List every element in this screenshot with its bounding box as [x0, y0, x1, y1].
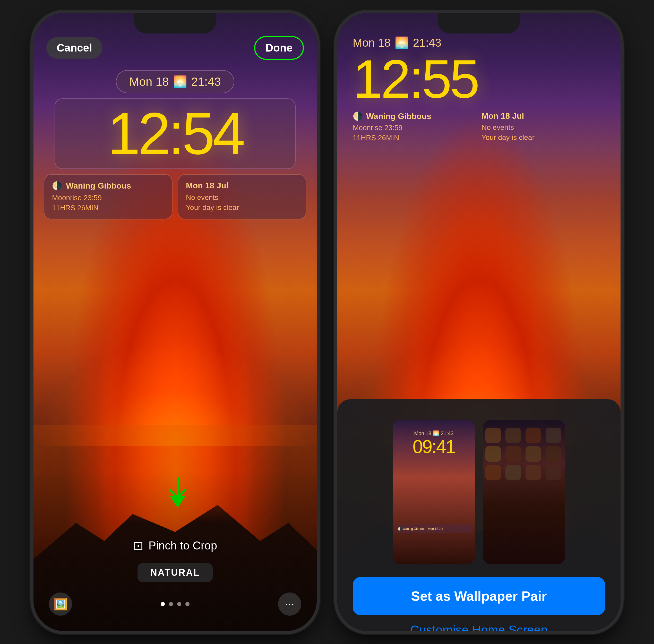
bottom-sheet: Mon 18 🌅 21:43 09:41 🌗 Waning Gibbous Mo…: [337, 399, 621, 631]
right-widget-moon: 🌗 Waning Gibbous Moonrise 23:59 11HRS 26…: [353, 111, 476, 143]
right-widget-cal-sub: No events Your day is clear: [482, 122, 605, 142]
preview-date-small: Mon 18 🌅 21:43: [393, 430, 475, 436]
right-phone-content: Mon 18 🌅 21:43 12:55 🌗 Waning Gibbous Mo…: [337, 13, 621, 631]
preview-row: Mon 18 🌅 21:43 09:41 🌗 Waning Gibbous Mo…: [393, 420, 565, 564]
right-phone: Mon 18 🌅 21:43 12:55 🌗 Waning Gibbous Mo…: [337, 13, 621, 631]
dot-4: [185, 602, 189, 606]
app-icon-10: [506, 465, 521, 480]
app-icon-7: [525, 446, 541, 462]
app-icon-12: [545, 465, 561, 480]
right-moon-icon: 🌗: [353, 111, 363, 121]
cancel-button[interactable]: Cancel: [46, 37, 102, 59]
home-icon-grid: [485, 428, 563, 480]
widget-moon: 🌗 Waning Gibbous Moonrise 23:59 11HRS 26…: [44, 174, 172, 220]
lock-screen-preview[interactable]: Mon 18 🌅 21:43 09:41 🌗 Waning Gibbous Mo…: [393, 420, 475, 564]
widget-moon-title: 🌗 Waning Gibbous: [52, 181, 164, 191]
right-date-text: Mon 18: [353, 36, 391, 49]
app-icon-2: [506, 428, 521, 443]
preview-clock-small: 09:41: [393, 437, 475, 456]
date-area: Mon 18 🌅 21:43: [33, 70, 317, 93]
done-button[interactable]: Done: [254, 36, 304, 60]
green-arrow: [167, 477, 188, 513]
right-clock: 12:55: [353, 52, 605, 106]
time-text: 21:43: [191, 75, 221, 89]
home-screen-preview[interactable]: [483, 420, 565, 564]
right-widgets: 🌗 Waning Gibbous Moonrise 23:59 11HRS 26…: [353, 111, 605, 143]
photos-icon: 🖼️: [53, 597, 68, 611]
clock-time: 12:54: [71, 104, 280, 163]
widget-cal-sub: No events Your day is clear: [186, 192, 298, 212]
app-icon-8: [545, 446, 561, 462]
natural-badge: NATURAL: [138, 563, 213, 582]
pinch-hint: ⊡ Pinch to Crop: [133, 538, 217, 553]
pinch-label: Pinch to Crop: [148, 539, 217, 552]
notch: [134, 13, 216, 33]
clock-container: 12:54: [33, 98, 317, 169]
app-icon-5: [485, 446, 501, 462]
right-widget-moon-sub: Moonrise 23:59 11HRS 26MIN: [353, 123, 476, 143]
moon-icon: 🌗: [52, 181, 62, 191]
bottom-controls: ⊡ Pinch to Crop NATURAL 🖼️ ···: [33, 538, 317, 616]
right-sunrise-icon: 🌅: [395, 36, 409, 49]
app-icon-1: [485, 428, 501, 443]
widget-cal-title: Mon 18 Jul: [186, 181, 298, 190]
app-icon-3: [525, 428, 541, 443]
preview-lock-time-area: Mon 18 🌅 21:43 09:41: [393, 430, 475, 456]
right-widget-cal-title: Mon 18 Jul: [482, 111, 605, 121]
right-time-text: 21:43: [413, 36, 441, 49]
app-icon-11: [525, 465, 541, 480]
app-icon-9: [485, 465, 501, 480]
dot-2: [169, 602, 173, 606]
set-wallpaper-button[interactable]: Set as Wallpaper Pair: [353, 577, 605, 615]
customise-home-button[interactable]: Customise Home Screen: [410, 623, 548, 631]
widget-moon-sub: Moonrise 23:59 11HRS 26MIN: [52, 193, 164, 213]
right-notch: [438, 13, 520, 33]
right-widget-moon-title: 🌗 Waning Gibbous: [353, 111, 476, 121]
dot-1: [161, 602, 165, 606]
widget-calendar: Mon 18 Jul No events Your day is clear: [178, 174, 306, 220]
sunrise-icon: 🌅: [173, 75, 187, 88]
toolbar-row: 🖼️ ···: [33, 593, 317, 616]
date-pill: Mon 18 🌅 21:43: [116, 70, 234, 93]
right-date: Mon 18 🌅 21:43: [353, 36, 605, 49]
photos-button[interactable]: 🖼️: [49, 593, 72, 616]
right-widget-calendar: Mon 18 Jul No events Your day is clear: [482, 111, 605, 143]
clock-pill: 12:54: [54, 98, 296, 169]
more-button[interactable]: ···: [278, 593, 301, 616]
crop-icon: ⊡: [133, 538, 143, 553]
more-icon: ···: [285, 598, 295, 611]
date-text: Mon 18: [129, 75, 169, 89]
dot-3: [177, 602, 181, 606]
preview-widget-bar: 🌗 Waning Gibbous Mon 18 Jul: [395, 525, 472, 533]
page-dots: [161, 602, 189, 606]
left-phone: Cancel Done Mon 18 🌅 21:43 12:54 🌗 Wanin…: [33, 13, 317, 631]
app-icon-4: [545, 428, 561, 443]
widgets-row: 🌗 Waning Gibbous Moonrise 23:59 11HRS 26…: [33, 174, 317, 220]
svg-marker-0: [170, 496, 185, 508]
app-icon-6: [506, 446, 521, 462]
